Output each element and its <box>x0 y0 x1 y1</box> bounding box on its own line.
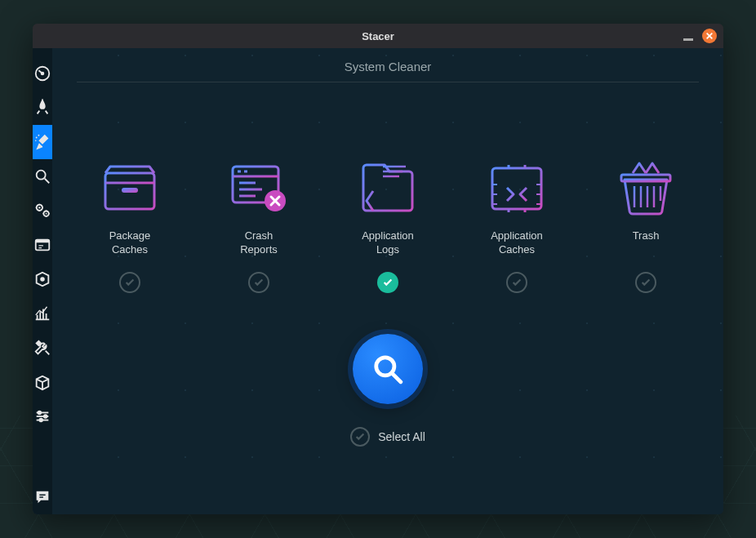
card-checkbox[interactable] <box>377 272 398 293</box>
card-label: Application Caches <box>491 229 543 257</box>
svg-point-4 <box>42 73 44 75</box>
card-checkbox[interactable] <box>635 272 656 293</box>
svg-line-9 <box>45 179 50 184</box>
card-label: Application Logs <box>362 229 414 257</box>
crash-reports-icon <box>223 156 295 220</box>
sidebar <box>33 48 52 514</box>
main-content: System Cleaner Package Caches <box>52 48 723 514</box>
card-label: Package Caches <box>109 229 151 257</box>
svg-point-7 <box>35 140 36 140</box>
card-label: Crash Reports <box>240 229 278 257</box>
svg-rect-29 <box>621 175 670 181</box>
sidebar-item-feedback[interactable] <box>33 480 52 514</box>
svg-point-11 <box>38 207 40 208</box>
sidebar-item-apt-packages[interactable] <box>33 365 52 399</box>
scan-area: Select All <box>52 334 723 447</box>
sidebar-item-system-cleaner[interactable] <box>33 125 52 159</box>
application-logs-icon <box>352 156 424 220</box>
app-window: Stacer <box>33 24 723 514</box>
svg-rect-15 <box>36 240 50 243</box>
sidebar-item-resources[interactable] <box>33 296 52 331</box>
sidebar-item-search[interactable] <box>33 159 52 193</box>
card-package-caches[interactable]: Package Caches <box>77 156 183 293</box>
sidebar-item-startup-apps[interactable] <box>33 91 52 125</box>
card-application-caches[interactable]: Application Caches <box>464 156 570 293</box>
svg-line-17 <box>46 351 50 355</box>
page-title: System Cleaner <box>77 48 699 82</box>
card-checkbox[interactable] <box>248 272 269 293</box>
svg-point-5 <box>36 137 38 139</box>
cleaner-cards: Package Caches <box>52 156 723 293</box>
select-all-checkbox-icon <box>350 427 370 447</box>
svg-rect-28 <box>492 168 541 209</box>
close-button[interactable] <box>702 29 717 43</box>
svg-point-13 <box>46 213 47 215</box>
svg-point-23 <box>39 419 42 422</box>
card-label: Trash <box>633 229 660 257</box>
titlebar-controls <box>681 29 717 43</box>
select-all-label: Select All <box>378 430 425 443</box>
trash-icon <box>610 156 682 220</box>
titlebar: Stacer <box>33 24 723 48</box>
svg-point-22 <box>44 415 47 418</box>
package-caches-icon <box>94 156 166 220</box>
svg-point-8 <box>37 171 46 180</box>
svg-point-21 <box>38 411 42 415</box>
sidebar-item-services[interactable] <box>33 193 52 228</box>
sidebar-item-dashboard[interactable] <box>33 56 52 91</box>
window-title: Stacer <box>362 30 394 42</box>
scan-button[interactable] <box>353 334 423 404</box>
svg-point-6 <box>38 135 40 136</box>
svg-line-31 <box>393 374 401 382</box>
application-caches-icon <box>481 156 553 220</box>
sidebar-item-settings-sliders[interactable] <box>33 399 52 434</box>
svg-rect-25 <box>122 188 138 193</box>
svg-point-16 <box>40 277 45 282</box>
card-crash-reports[interactable]: Crash Reports <box>206 156 312 293</box>
card-application-logs[interactable]: Application Logs <box>335 156 441 293</box>
card-trash[interactable]: Trash <box>593 156 699 293</box>
sidebar-item-settings-tools[interactable] <box>33 331 52 365</box>
sidebar-item-processes[interactable] <box>33 228 52 262</box>
sidebar-item-uninstaller[interactable] <box>33 262 52 296</box>
svg-point-30 <box>376 358 394 376</box>
card-checkbox[interactable] <box>506 272 527 293</box>
card-checkbox[interactable] <box>119 272 140 293</box>
select-all-toggle[interactable]: Select All <box>350 427 425 447</box>
minimize-button[interactable] <box>681 29 696 43</box>
